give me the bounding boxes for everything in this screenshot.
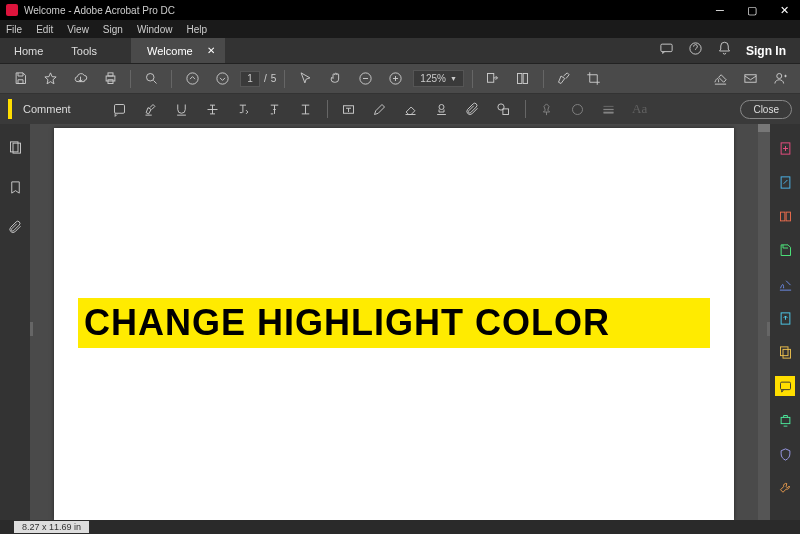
text-box-icon[interactable]: [337, 97, 361, 121]
left-panel-handle[interactable]: [30, 322, 33, 336]
text-comment-icon[interactable]: [294, 97, 318, 121]
tab-tools[interactable]: Tools: [57, 38, 111, 63]
tab-row: Home Tools Welcome ✕ Sign In: [0, 38, 800, 64]
pointer-icon[interactable]: [293, 67, 317, 91]
create-pdf-icon[interactable]: [775, 138, 795, 158]
eraser-icon[interactable]: [399, 97, 423, 121]
separator: [130, 70, 131, 88]
main-toolbar: / 5 125%▼: [0, 64, 800, 94]
highlight-quick-icon[interactable]: [552, 67, 576, 91]
search-icon[interactable]: [139, 67, 163, 91]
page-dimensions: 8.27 x 11.69 in: [14, 521, 89, 533]
pin-icon[interactable]: [535, 97, 559, 121]
close-window-button[interactable]: ✕: [768, 4, 800, 17]
insert-text-icon[interactable]: [263, 97, 287, 121]
tab-document-label: Welcome: [147, 45, 193, 57]
organize-icon[interactable]: [775, 240, 795, 260]
separator: [171, 70, 172, 88]
help-icon[interactable]: [688, 41, 703, 60]
export-pdf-icon[interactable]: [775, 206, 795, 226]
scan-icon[interactable]: [775, 410, 795, 430]
combine-icon[interactable]: [775, 342, 795, 362]
svg-point-14: [776, 74, 781, 79]
zoom-in-icon[interactable]: [383, 67, 407, 91]
svg-rect-13: [744, 75, 755, 83]
share-user-icon[interactable]: [768, 67, 792, 91]
bookmark-icon[interactable]: [8, 180, 23, 198]
line-weight-icon[interactable]: [597, 97, 621, 121]
fill-sign-icon[interactable]: [775, 274, 795, 294]
attach-icon[interactable]: [461, 97, 485, 121]
replace-text-icon[interactable]: [232, 97, 256, 121]
color-icon[interactable]: [566, 97, 590, 121]
pdf-page: CHANGE HIGHLIGHT COLOR: [54, 128, 734, 520]
status-bar: 8.27 x 11.69 in: [0, 520, 800, 534]
tab-close-icon[interactable]: ✕: [207, 45, 215, 56]
minimize-button[interactable]: ─: [704, 4, 736, 17]
maximize-button[interactable]: ▢: [736, 4, 768, 17]
comment-accent: [8, 99, 12, 119]
underline-icon[interactable]: [170, 97, 194, 121]
thumbnails-icon[interactable]: [8, 140, 23, 158]
chat-icon[interactable]: [659, 41, 674, 60]
sign-in-button[interactable]: Sign In: [746, 44, 786, 58]
edit-pdf-icon[interactable]: [775, 172, 795, 192]
zoom-dropdown[interactable]: 125%▼: [413, 70, 464, 87]
svg-rect-4: [108, 80, 113, 84]
page-up-icon[interactable]: [180, 67, 204, 91]
document-area[interactable]: CHANGE HIGHLIGHT COLOR: [30, 124, 758, 520]
workspace: CHANGE HIGHLIGHT COLOR: [0, 124, 800, 520]
right-sidebar: [770, 124, 800, 520]
left-sidebar: [0, 124, 30, 520]
attachment-icon[interactable]: [8, 220, 23, 238]
fit-width-icon[interactable]: [481, 67, 505, 91]
strikethrough-icon[interactable]: [201, 97, 225, 121]
page-current-input[interactable]: [240, 71, 260, 87]
fit-page-icon[interactable]: [511, 67, 535, 91]
tab-document[interactable]: Welcome ✕: [131, 38, 225, 63]
bell-icon[interactable]: [717, 41, 732, 60]
page-down-icon[interactable]: [210, 67, 234, 91]
mail-icon[interactable]: [738, 67, 762, 91]
sticky-note-icon[interactable]: [108, 97, 132, 121]
right-panel-handle[interactable]: [767, 322, 770, 336]
save-icon[interactable]: [8, 67, 32, 91]
menu-edit[interactable]: Edit: [36, 24, 53, 35]
pencil-icon[interactable]: [368, 97, 392, 121]
stamp-icon[interactable]: [430, 97, 454, 121]
highlighted-text[interactable]: CHANGE HIGHLIGHT COLOR: [78, 298, 710, 348]
separator: [543, 70, 544, 88]
menu-view[interactable]: View: [67, 24, 89, 35]
sign-icon[interactable]: [708, 67, 732, 91]
hand-icon[interactable]: [323, 67, 347, 91]
app-icon: [6, 4, 18, 16]
menu-help[interactable]: Help: [186, 24, 207, 35]
highlight-icon[interactable]: [139, 97, 163, 121]
protect-icon[interactable]: [775, 444, 795, 464]
menu-file[interactable]: File: [6, 24, 22, 35]
more-tools-icon[interactable]: [775, 478, 795, 498]
menu-sign[interactable]: Sign: [103, 24, 123, 35]
zoom-out-icon[interactable]: [353, 67, 377, 91]
shapes-icon[interactable]: [492, 97, 516, 121]
print-icon[interactable]: [98, 67, 122, 91]
page-sep: /: [264, 73, 267, 84]
window-controls: ─ ▢ ✕: [704, 4, 800, 17]
close-button[interactable]: Close: [740, 100, 792, 119]
separator: [327, 100, 328, 118]
svg-point-20: [573, 104, 583, 114]
title-bar: Welcome - Adobe Acrobat Pro DC ─ ▢ ✕: [0, 0, 800, 20]
text-style-icon[interactable]: Aa: [628, 97, 652, 121]
page-total: 5: [271, 73, 277, 84]
star-icon[interactable]: [38, 67, 62, 91]
svg-point-17: [439, 104, 444, 109]
cloud-icon[interactable]: [68, 67, 92, 91]
crop-icon[interactable]: [582, 67, 606, 91]
svg-rect-25: [780, 212, 784, 221]
send-icon[interactable]: [775, 308, 795, 328]
menu-window[interactable]: Window: [137, 24, 173, 35]
svg-rect-2: [106, 76, 115, 81]
comment-tool-icon[interactable]: [775, 376, 795, 396]
tab-home[interactable]: Home: [0, 38, 57, 63]
separator: [284, 70, 285, 88]
